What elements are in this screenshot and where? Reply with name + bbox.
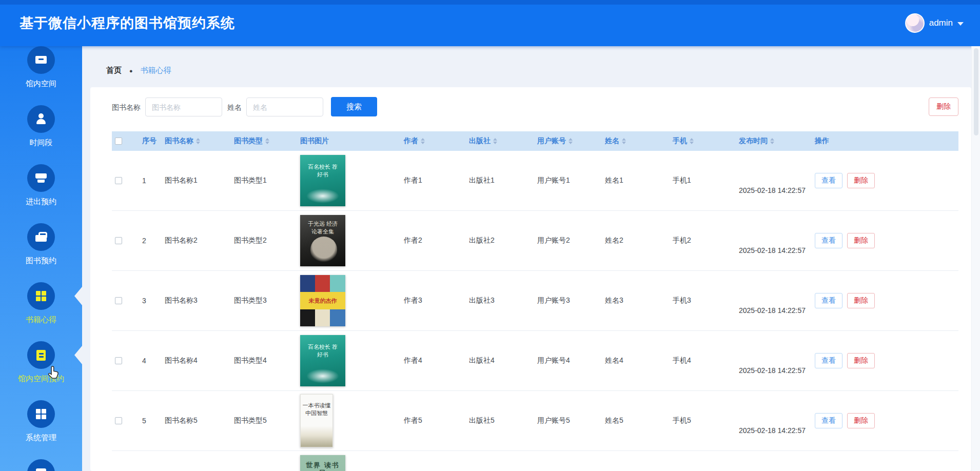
row-book-name: 图书名称1	[159, 176, 228, 185]
row-publish-time: 2025-02-18 14:22:57	[734, 465, 809, 471]
row-publish-time: 2025-02-18 14:22:57	[734, 285, 809, 316]
sidebar-nav: 馆内空间 时间段 进出预约 图书预约	[0, 46, 82, 471]
row-book-type: 图书类型2	[228, 236, 295, 245]
sidebar-item[interactable]: 馆内空间	[0, 46, 82, 105]
row-person-name: 姓名1	[600, 176, 667, 185]
sidebar-item[interactable]	[0, 459, 82, 471]
view-button[interactable]: 查看	[815, 353, 842, 368]
sort-carets-icon[interactable]	[493, 138, 497, 144]
column-header-seq: 序号	[136, 136, 159, 146]
table-row: 5 图书名称5 图书类型5 一本书读懂 中国智慧 作者5 出版社5 用户账号5 …	[112, 391, 958, 451]
column-label: 序号	[142, 136, 156, 146]
view-button[interactable]: 查看	[815, 293, 842, 308]
column-header-press[interactable]: 出版社	[464, 136, 531, 146]
bulk-delete-button[interactable]: 删除	[929, 97, 958, 116]
sort-carets-icon[interactable]	[569, 138, 573, 144]
row-checkbox[interactable]	[115, 177, 122, 184]
column-label: 图书图片	[300, 136, 329, 146]
delete-button[interactable]: 删除	[847, 293, 875, 308]
table-row: 2 图书名称2 图书类型2 于光远 经济论著全集 作者2 出版社2 用户账号2 …	[112, 211, 958, 271]
archive-icon	[35, 54, 47, 66]
column-header-type[interactable]: 图书类型	[228, 136, 295, 146]
delete-button[interactable]: 删除	[847, 413, 875, 428]
column-header-account[interactable]: 用户账号	[531, 136, 600, 146]
row-account: 用户账号5	[531, 416, 600, 425]
active-item-notch	[74, 346, 82, 364]
sidebar-item[interactable]: 系统管理	[0, 400, 82, 459]
row-checkbox[interactable]	[115, 237, 122, 244]
view-button[interactable]: 查看	[815, 413, 842, 428]
row-phone: 手机3	[667, 296, 734, 305]
book-cover-image: 未竟的杰作	[300, 275, 345, 326]
sort-carets-icon[interactable]	[421, 138, 425, 144]
column-header-phone[interactable]: 手机	[667, 136, 734, 146]
user-menu[interactable]: admin	[905, 0, 964, 46]
row-cover-cell: 一本书读懂 中国智慧	[295, 394, 398, 447]
row-phone: 手机5	[667, 416, 734, 425]
row-select-cell	[112, 357, 136, 364]
row-phone: 手机1	[667, 176, 734, 185]
book-cover-image: 百名校长 荐好书	[300, 155, 345, 206]
row-checkbox[interactable]	[115, 297, 122, 304]
sort-carets-icon[interactable]	[770, 138, 774, 144]
delete-button[interactable]: 删除	[847, 173, 875, 188]
search-button[interactable]: 搜索	[331, 97, 377, 116]
person-name-input[interactable]	[246, 97, 323, 116]
sidebar-item[interactable]: 进出预约	[0, 164, 82, 223]
table-row: 4 图书名称4 图书类型4 百名校长 荐好书 作者4 出版社4 用户账号4 姓名…	[112, 331, 958, 391]
vertical-scrollbar[interactable]	[971, 46, 980, 471]
delete-button[interactable]: 删除	[847, 353, 875, 368]
sort-carets-icon[interactable]	[622, 138, 626, 144]
breadcrumb-home[interactable]: 首页	[106, 66, 122, 75]
row-checkbox[interactable]	[115, 417, 122, 424]
row-actions-cell: 查看 删除	[809, 413, 958, 428]
row-actions-cell: 查看 删除	[809, 233, 958, 248]
column-label: 作者	[404, 136, 418, 146]
table-row: 1 图书名称1 图书类型1 百名校长 荐好书 作者1 出版社1 用户账号1 姓名…	[112, 151, 958, 211]
sidebar-item[interactable]: 馆内空间预约	[0, 341, 82, 400]
storefront-icon	[35, 172, 47, 184]
breadcrumb-separator: ●	[129, 68, 133, 74]
sidebar-icon-circle	[27, 46, 55, 74]
row-press: 出版社5	[464, 416, 531, 425]
row-select-cell	[112, 417, 136, 424]
row-author: 作者4	[398, 356, 464, 365]
sidebar-item-label: 进出预约	[26, 197, 56, 207]
sort-carets-icon[interactable]	[690, 138, 694, 144]
row-select-cell	[112, 177, 136, 184]
row-publish-time: 2025-02-18 14:22:57	[734, 405, 809, 436]
book-cover-text: 百名校长 荐好书	[306, 163, 340, 206]
delete-button[interactable]: 删除	[847, 233, 875, 248]
column-header-name[interactable]: 图书名称	[159, 136, 228, 146]
column-header-image: 图书图片	[295, 136, 398, 146]
books-table: 序号 图书名称 图书类型 图书图片 作者 出版社	[112, 131, 958, 471]
select-all-checkbox[interactable]	[115, 138, 122, 145]
sidebar-item[interactable]: 书籍心得	[0, 282, 82, 341]
book-cover-image: 百名校长 荐好书	[300, 335, 345, 386]
breadcrumb-current[interactable]: 书籍心得	[141, 66, 171, 75]
sidebar-item-label: 图书预约	[26, 256, 56, 266]
row-press: 出版社4	[464, 356, 531, 365]
row-cover-cell: 世界 读书日	[295, 455, 398, 471]
sidebar-item-label: 馆内空间预约	[18, 374, 64, 384]
chevron-down-icon	[957, 22, 964, 26]
row-account: 用户账号1	[531, 176, 600, 185]
column-header-person[interactable]: 姓名	[600, 136, 667, 146]
row-cover-cell: 百名校长 荐好书	[295, 335, 398, 386]
column-header-author[interactable]: 作者	[398, 136, 464, 146]
sort-carets-icon[interactable]	[196, 138, 200, 144]
view-button[interactable]: 查看	[815, 173, 842, 188]
book-name-input[interactable]	[145, 97, 222, 116]
row-publish-time: 2025-02-18 14:22:57	[734, 165, 809, 196]
scrollbar-thumb[interactable]	[974, 48, 978, 135]
row-author: 作者3	[398, 296, 464, 305]
row-checkbox[interactable]	[115, 357, 122, 364]
sidebar-item[interactable]: 时间段	[0, 105, 82, 164]
row-press: 出版社3	[464, 296, 531, 305]
user-avatar[interactable]	[905, 13, 925, 33]
sort-carets-icon[interactable]	[265, 138, 269, 144]
view-button[interactable]: 查看	[815, 233, 842, 248]
sidebar-item[interactable]: 图书预约	[0, 223, 82, 282]
app-title: 基于微信小程序的图书馆预约系统	[19, 14, 235, 32]
column-header-time[interactable]: 发布时间	[734, 136, 809, 146]
